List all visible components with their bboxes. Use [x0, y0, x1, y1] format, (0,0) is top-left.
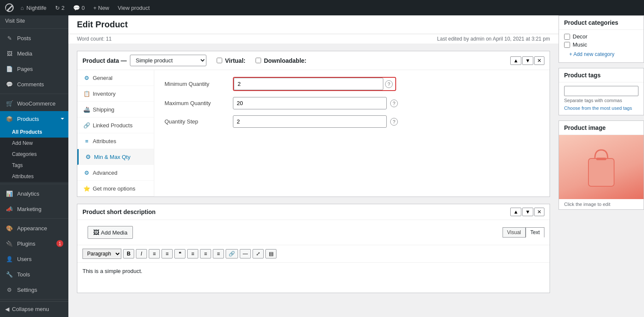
- sidebar-item-comments[interactable]: 💬 Comments: [0, 76, 68, 92]
- qty-step-label: Quantity Step: [165, 118, 233, 125]
- link-button[interactable]: 🔗: [226, 249, 238, 258]
- kitchen-sink-button[interactable]: ▤: [265, 249, 276, 258]
- tags-choose-link[interactable]: Choose from the most used tags: [564, 105, 638, 112]
- category-decor-label: Decor: [573, 33, 588, 40]
- sidebar-item-add-new[interactable]: Add New: [0, 138, 68, 149]
- text-tab[interactable]: Text: [526, 227, 544, 238]
- sidebar-item-woocommerce[interactable]: 🛒 WooCommerce: [0, 96, 68, 111]
- italic-button[interactable]: I: [136, 249, 147, 258]
- unordered-list-button[interactable]: ≡: [149, 249, 160, 258]
- add-new-category-link[interactable]: + Add new category: [564, 50, 638, 59]
- editor-content: This is a simple product.: [82, 268, 544, 274]
- add-media-icon: 🖼: [93, 229, 99, 236]
- align-right-button[interactable]: ≡: [213, 249, 224, 258]
- products-icon: 📦: [5, 114, 14, 123]
- wp-logo[interactable]: [3, 2, 15, 14]
- max-qty-label: Maximum Quantity: [165, 100, 233, 106]
- max-qty-help[interactable]: ?: [390, 100, 398, 107]
- tab-linked-products[interactable]: 🔗 Linked Products: [77, 117, 154, 133]
- product-data-body: ⚙ General 📋 Inventory 🚢 Shipping 🔗 Linke…: [77, 70, 550, 197]
- sidebar-item-products[interactable]: 📦 Products: [0, 111, 68, 126]
- short-desc-collapse-down[interactable]: ▼: [522, 208, 533, 216]
- align-center-button[interactable]: ≡: [200, 249, 211, 258]
- min-qty-input[interactable]: [234, 78, 383, 90]
- categories-title: Product categories: [559, 16, 644, 30]
- adminbar-view-product[interactable]: View product: [115, 0, 153, 15]
- sidebar-item-users[interactable]: 👤 Users: [0, 251, 68, 267]
- category-decor-checkbox[interactable]: [564, 34, 570, 40]
- advanced-tab-icon: ⚙: [83, 169, 90, 176]
- short-desc-header: Product short description ▲ ▼ ✕: [77, 204, 550, 220]
- sidebar-item-marketing[interactable]: 📣 Marketing: [0, 201, 68, 217]
- collapse-down-btn[interactable]: ▼: [522, 56, 533, 65]
- adminbar-site-name[interactable]: ⌂ Nightlife: [17, 0, 50, 15]
- category-music-checkbox[interactable]: [564, 42, 570, 48]
- min-qty-help[interactable]: ?: [385, 80, 393, 88]
- woo-icon: 🛒: [5, 99, 14, 108]
- adminbar-new[interactable]: + New: [90, 0, 112, 15]
- short-desc-title: Product short description: [82, 208, 156, 215]
- tab-inventory[interactable]: 📋 Inventory: [77, 86, 154, 102]
- tab-shipping[interactable]: 🚢 Shipping: [77, 102, 154, 117]
- downloadable-label: Downloadable:: [264, 57, 306, 64]
- ordered-list-button[interactable]: ≡: [162, 249, 173, 258]
- appearance-icon: 🎨: [5, 224, 14, 232]
- qty-step-input[interactable]: [233, 115, 387, 128]
- product-data-box: Product data — Simple product Variable p…: [77, 51, 550, 197]
- downloadable-checkbox[interactable]: [256, 58, 261, 63]
- max-qty-input-group: ?: [233, 97, 539, 109]
- tab-get-more[interactable]: ⭐ Get more options: [77, 181, 154, 197]
- adminbar-comments[interactable]: 💬 0: [70, 0, 88, 15]
- downloadable-checkbox-group: Downloadable:: [256, 57, 306, 64]
- sidebar-item-pages[interactable]: 📄 Pages: [0, 61, 68, 76]
- editor-top-bar: 🖼 Add Media Visual Text: [77, 220, 550, 245]
- shipping-tab-icon: 🚢: [83, 106, 90, 113]
- tab-advanced[interactable]: ⚙ Advanced: [77, 165, 154, 181]
- tab-attributes[interactable]: ≡ Attributes: [77, 133, 154, 149]
- svg-rect-1: [596, 158, 606, 160]
- sidebar-item-media[interactable]: 🖼 Media: [0, 46, 68, 61]
- sidebar-item-tools[interactable]: 🔧 Tools: [0, 267, 68, 282]
- sidebar-item-tags[interactable]: Tags: [0, 160, 68, 171]
- visit-site-link[interactable]: Visit Site: [0, 15, 68, 26]
- sidebar-item-all-products[interactable]: All Products: [0, 126, 68, 138]
- tab-general[interactable]: ⚙ General: [77, 70, 154, 86]
- editor-content-area[interactable]: This is a simple product.: [77, 263, 550, 293]
- sidebar-item-posts[interactable]: ✎ Posts: [0, 30, 68, 46]
- product-image-area[interactable]: [559, 135, 644, 199]
- qty-step-help[interactable]: ?: [390, 118, 398, 126]
- short-desc-collapse-close[interactable]: ✕: [534, 208, 544, 216]
- categories-content: Decor Music + Add new category: [559, 30, 644, 62]
- product-categories-box: Product categories Decor Music + Add new…: [559, 15, 644, 63]
- add-media-button[interactable]: 🖼 Add Media: [88, 226, 133, 239]
- linked-products-tab-icon: 🔗: [83, 122, 90, 129]
- blockquote-button[interactable]: ❝: [174, 249, 185, 258]
- product-type-select[interactable]: Simple product Variable product Grouped …: [130, 55, 206, 66]
- admin-bar: ⌂ Nightlife ↻ 2 💬 0 + New View product: [0, 0, 644, 15]
- align-left-button[interactable]: ≡: [187, 249, 198, 258]
- min-qty-field-row: Minimum Quantity ?: [165, 77, 539, 91]
- sidebar-item-settings[interactable]: ⚙ Settings: [0, 282, 68, 297]
- short-desc-collapse-up[interactable]: ▲: [510, 208, 521, 216]
- sidebar-item-categories[interactable]: Categories: [0, 149, 68, 160]
- attributes-tab-icon: ≡: [83, 138, 90, 144]
- max-qty-input[interactable]: [233, 97, 387, 109]
- collapse-menu-button[interactable]: ◀ Collapse menu: [0, 301, 68, 317]
- tab-min-max-qty[interactable]: ⚙ Min & Max Qty: [77, 149, 154, 165]
- collapse-up-btn[interactable]: ▲: [510, 56, 521, 65]
- bold-button[interactable]: B: [123, 249, 134, 258]
- sidebar-item-appearance[interactable]: 🎨 Appearance: [0, 220, 68, 236]
- sidebar-item-attributes[interactable]: Attributes: [0, 171, 68, 182]
- page-header: Edit Product: [68, 15, 559, 34]
- adminbar-updates[interactable]: ↻ 2: [52, 0, 68, 15]
- collapse-close-btn[interactable]: ✕: [534, 56, 544, 65]
- fullscreen-button[interactable]: ⤢: [253, 249, 264, 258]
- sidebar-item-plugins[interactable]: 🔌 Plugins 1: [0, 236, 68, 251]
- tags-input[interactable]: [564, 86, 638, 96]
- plugins-icon: 🔌: [5, 239, 14, 248]
- hr-button[interactable]: —: [240, 249, 251, 258]
- virtual-checkbox[interactable]: [217, 58, 222, 63]
- paragraph-select[interactable]: Paragraph: [82, 249, 121, 259]
- sidebar-item-analytics[interactable]: 📊 Analytics: [0, 186, 68, 201]
- visual-tab[interactable]: Visual: [503, 227, 526, 238]
